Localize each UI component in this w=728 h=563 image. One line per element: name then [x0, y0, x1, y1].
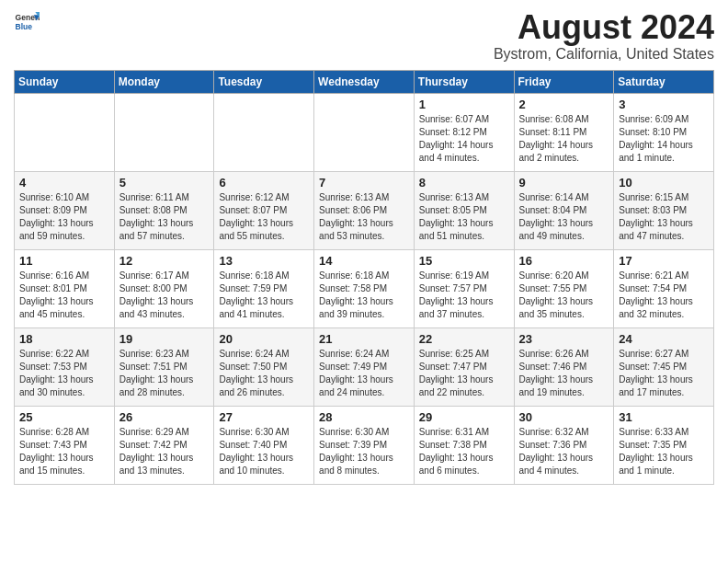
- day-number: 29: [419, 410, 509, 424]
- day-cell: [214, 93, 314, 171]
- day-cell: [114, 93, 214, 171]
- day-number: 31: [619, 410, 709, 424]
- day-info: Sunrise: 6:15 AM Sunset: 8:03 PM Dayligh…: [619, 191, 709, 243]
- day-info: Sunrise: 6:26 AM Sunset: 7:46 PM Dayligh…: [519, 348, 609, 399]
- day-number: 15: [419, 254, 509, 268]
- day-cell: 12Sunrise: 6:17 AM Sunset: 8:00 PM Dayli…: [114, 249, 214, 327]
- day-info: Sunrise: 6:23 AM Sunset: 7:51 PM Dayligh…: [119, 348, 210, 399]
- day-cell: 7Sunrise: 6:13 AM Sunset: 8:06 PM Daylig…: [314, 171, 415, 249]
- day-cell: 21Sunrise: 6:24 AM Sunset: 7:49 PM Dayli…: [314, 327, 415, 406]
- logo: General Blue: [14, 9, 40, 35]
- day-info: Sunrise: 6:24 AM Sunset: 7:49 PM Dayligh…: [319, 348, 409, 399]
- day-number: 21: [319, 332, 409, 346]
- day-number: 14: [319, 254, 409, 268]
- day-cell: 22Sunrise: 6:25 AM Sunset: 7:47 PM Dayli…: [414, 327, 514, 406]
- day-info: Sunrise: 6:30 AM Sunset: 7:39 PM Dayligh…: [319, 426, 409, 477]
- day-cell: 31Sunrise: 6:33 AM Sunset: 7:35 PM Dayli…: [614, 406, 714, 484]
- day-number: 18: [19, 332, 109, 346]
- day-info: Sunrise: 6:18 AM Sunset: 7:58 PM Dayligh…: [319, 270, 409, 321]
- day-number: 20: [219, 332, 309, 346]
- day-number: 26: [119, 410, 210, 424]
- logo-icon: General Blue: [14, 9, 40, 35]
- header-row: SundayMondayTuesdayWednesdayThursdayFrid…: [15, 70, 714, 93]
- day-info: Sunrise: 6:20 AM Sunset: 7:55 PM Dayligh…: [519, 270, 609, 321]
- day-cell: 4Sunrise: 6:10 AM Sunset: 8:09 PM Daylig…: [15, 171, 115, 249]
- day-cell: 8Sunrise: 6:13 AM Sunset: 8:05 PM Daylig…: [414, 171, 514, 249]
- day-info: Sunrise: 6:32 AM Sunset: 7:36 PM Dayligh…: [519, 426, 609, 477]
- day-info: Sunrise: 6:18 AM Sunset: 7:59 PM Dayligh…: [219, 270, 309, 321]
- day-cell: 6Sunrise: 6:12 AM Sunset: 8:07 PM Daylig…: [214, 171, 314, 249]
- day-cell: 13Sunrise: 6:18 AM Sunset: 7:59 PM Dayli…: [214, 249, 314, 327]
- day-info: Sunrise: 6:31 AM Sunset: 7:38 PM Dayligh…: [419, 426, 509, 477]
- week-row-5: 25Sunrise: 6:28 AM Sunset: 7:43 PM Dayli…: [15, 406, 714, 484]
- day-cell: 23Sunrise: 6:26 AM Sunset: 7:46 PM Dayli…: [514, 327, 614, 406]
- day-info: Sunrise: 6:11 AM Sunset: 8:08 PM Dayligh…: [119, 191, 210, 243]
- day-cell: 25Sunrise: 6:28 AM Sunset: 7:43 PM Dayli…: [15, 406, 115, 484]
- day-number: 4: [19, 176, 109, 190]
- day-number: 7: [319, 176, 409, 190]
- day-cell: 24Sunrise: 6:27 AM Sunset: 7:45 PM Dayli…: [614, 327, 714, 406]
- day-cell: 3Sunrise: 6:09 AM Sunset: 8:10 PM Daylig…: [614, 93, 714, 171]
- day-cell: 1Sunrise: 6:07 AM Sunset: 8:12 PM Daylig…: [414, 93, 514, 171]
- day-info: Sunrise: 6:24 AM Sunset: 7:50 PM Dayligh…: [219, 348, 309, 399]
- day-cell: 30Sunrise: 6:32 AM Sunset: 7:36 PM Dayli…: [514, 406, 614, 484]
- day-info: Sunrise: 6:13 AM Sunset: 8:05 PM Dayligh…: [419, 191, 509, 243]
- day-number: 17: [619, 254, 709, 268]
- day-info: Sunrise: 6:28 AM Sunset: 7:43 PM Dayligh…: [19, 426, 109, 477]
- calendar-table: SundayMondayTuesdayWednesdayThursdayFrid…: [14, 70, 714, 485]
- day-number: 30: [519, 410, 609, 424]
- day-info: Sunrise: 6:16 AM Sunset: 8:01 PM Dayligh…: [19, 270, 109, 321]
- header-wednesday: Wednesday: [314, 70, 415, 93]
- day-number: 5: [119, 176, 210, 190]
- day-cell: 15Sunrise: 6:19 AM Sunset: 7:57 PM Dayli…: [414, 249, 514, 327]
- day-cell: 28Sunrise: 6:30 AM Sunset: 7:39 PM Dayli…: [314, 406, 415, 484]
- day-cell: 9Sunrise: 6:14 AM Sunset: 8:04 PM Daylig…: [514, 171, 614, 249]
- day-number: 3: [619, 98, 709, 111]
- day-cell: 17Sunrise: 6:21 AM Sunset: 7:54 PM Dayli…: [614, 249, 714, 327]
- week-row-3: 11Sunrise: 6:16 AM Sunset: 8:01 PM Dayli…: [15, 249, 714, 327]
- day-cell: 11Sunrise: 6:16 AM Sunset: 8:01 PM Dayli…: [15, 249, 115, 327]
- day-info: Sunrise: 6:22 AM Sunset: 7:53 PM Dayligh…: [19, 348, 109, 399]
- header-thursday: Thursday: [414, 70, 514, 93]
- day-info: Sunrise: 6:19 AM Sunset: 7:57 PM Dayligh…: [419, 270, 509, 321]
- location: Bystrom, California, United States: [494, 46, 714, 63]
- day-number: 25: [19, 410, 109, 424]
- title-block: August 2024 Bystrom, California, United …: [494, 9, 714, 63]
- day-info: Sunrise: 6:12 AM Sunset: 8:07 PM Dayligh…: [219, 191, 309, 243]
- day-cell: 5Sunrise: 6:11 AM Sunset: 8:08 PM Daylig…: [114, 171, 214, 249]
- day-cell: 10Sunrise: 6:15 AM Sunset: 8:03 PM Dayli…: [614, 171, 714, 249]
- day-number: 1: [419, 98, 509, 111]
- week-row-2: 4Sunrise: 6:10 AM Sunset: 8:09 PM Daylig…: [15, 171, 714, 249]
- day-number: 10: [619, 176, 709, 190]
- day-cell: 18Sunrise: 6:22 AM Sunset: 7:53 PM Dayli…: [15, 327, 115, 406]
- day-cell: [15, 93, 115, 171]
- day-info: Sunrise: 6:07 AM Sunset: 8:12 PM Dayligh…: [419, 113, 509, 165]
- day-number: 6: [219, 176, 309, 190]
- week-row-1: 1Sunrise: 6:07 AM Sunset: 8:12 PM Daylig…: [15, 93, 714, 171]
- day-number: 8: [419, 176, 509, 190]
- day-info: Sunrise: 6:30 AM Sunset: 7:40 PM Dayligh…: [219, 426, 309, 477]
- day-cell: 27Sunrise: 6:30 AM Sunset: 7:40 PM Dayli…: [214, 406, 314, 484]
- header-friday: Friday: [514, 70, 614, 93]
- day-number: 19: [119, 332, 210, 346]
- day-info: Sunrise: 6:08 AM Sunset: 8:11 PM Dayligh…: [519, 113, 609, 165]
- header-saturday: Saturday: [614, 70, 714, 93]
- day-number: 13: [219, 254, 309, 268]
- week-row-4: 18Sunrise: 6:22 AM Sunset: 7:53 PM Dayli…: [15, 327, 714, 406]
- day-cell: 16Sunrise: 6:20 AM Sunset: 7:55 PM Dayli…: [514, 249, 614, 327]
- day-number: 23: [519, 332, 609, 346]
- day-info: Sunrise: 6:27 AM Sunset: 7:45 PM Dayligh…: [619, 348, 709, 399]
- day-number: 16: [519, 254, 609, 268]
- day-number: 12: [119, 254, 210, 268]
- day-info: Sunrise: 6:29 AM Sunset: 7:42 PM Dayligh…: [119, 426, 210, 477]
- day-info: Sunrise: 6:21 AM Sunset: 7:54 PM Dayligh…: [619, 270, 709, 321]
- day-cell: 29Sunrise: 6:31 AM Sunset: 7:38 PM Dayli…: [414, 406, 514, 484]
- day-number: 11: [19, 254, 109, 268]
- day-cell: 2Sunrise: 6:08 AM Sunset: 8:11 PM Daylig…: [514, 93, 614, 171]
- day-cell: 26Sunrise: 6:29 AM Sunset: 7:42 PM Dayli…: [114, 406, 214, 484]
- day-number: 22: [419, 332, 509, 346]
- day-cell: 20Sunrise: 6:24 AM Sunset: 7:50 PM Dayli…: [214, 327, 314, 406]
- month-year: August 2024: [494, 9, 714, 46]
- day-number: 2: [519, 98, 609, 111]
- day-info: Sunrise: 6:17 AM Sunset: 8:00 PM Dayligh…: [119, 270, 210, 321]
